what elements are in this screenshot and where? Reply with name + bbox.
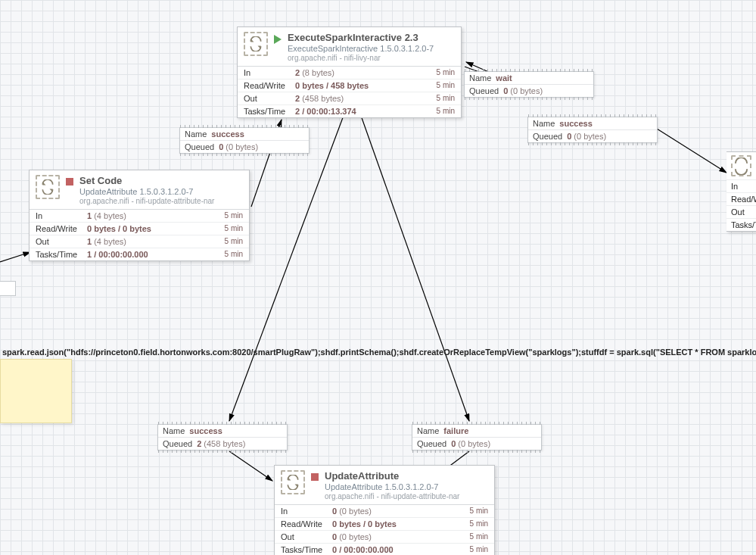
conn-queued: 0 (0 bytes) (503, 86, 543, 95)
processor-icon (281, 470, 305, 494)
svg-line-5 (229, 114, 344, 421)
conn-name: success (211, 129, 244, 139)
stat-label: Out (726, 205, 756, 218)
conn-queued: 0 (0 bytes) (567, 132, 606, 141)
processor-bundle: org.apache.nifi - nifi-update-attribute-… (79, 197, 214, 206)
stop-status-icon (66, 178, 73, 186)
stat-value: 1 / 00:00:00.000 (87, 250, 225, 259)
stat-value: 2 (458 bytes) (295, 94, 437, 103)
processor-cutoff-right[interactable]: In Read/W Out Tasks/T (726, 151, 756, 232)
stat-label: Tasks/Time (281, 545, 332, 554)
stat-window: 5 min (437, 68, 455, 76)
stat-window: 5 min (470, 532, 488, 541)
processor-icon (731, 155, 751, 176)
stat-value: 1 (4 bytes) (87, 237, 225, 246)
stat-label: Tasks/Time (244, 107, 295, 116)
code-snippet-label: spark.read.json("hdfs://princeton0.field… (0, 346, 756, 358)
stat-label: In (244, 68, 295, 77)
processor-update-attribute[interactable]: UpdateAttribute UpdateAttribute 1.5.0.3.… (274, 465, 495, 555)
connection-wait[interactable]: Namewait Queued0 (0 bytes) (464, 71, 594, 98)
stat-value: 0 (0 bytes) (332, 532, 470, 541)
stat-window: 5 min (225, 211, 243, 220)
stat-value: 2 (8 bytes) (295, 68, 437, 77)
stat-window: 5 min (225, 237, 243, 245)
conn-label: Name (469, 73, 491, 83)
conn-label: Queued (533, 132, 562, 141)
conn-name: failure (443, 426, 468, 435)
svg-line-6 (229, 451, 272, 481)
stat-window: 5 min (470, 545, 488, 553)
stat-window: 5 min (470, 519, 488, 528)
stat-value: 0 bytes / 458 bytes (295, 81, 437, 90)
stat-label: Out (281, 532, 332, 541)
processor-type: UpdateAttribute 1.5.0.3.1.2.0-7 (79, 187, 214, 197)
stat-value: 1 (4 bytes) (87, 211, 225, 220)
processor-title: Set Code (79, 175, 214, 187)
conn-label: Name (417, 426, 439, 435)
stat-label: In (726, 179, 756, 192)
run-status-icon (274, 35, 282, 44)
connection-success-3[interactable]: Namesuccess Queued2 (458 bytes) (157, 424, 288, 451)
stat-label: In (36, 211, 87, 220)
svg-line-0 (0, 252, 30, 262)
stat-label: Out (244, 94, 295, 103)
sticky-note[interactable] (0, 359, 72, 423)
processor-set-code[interactable]: Set Code UpdateAttribute 1.5.0.3.1.2.0-7… (29, 170, 250, 261)
processor-icon (244, 32, 268, 56)
conn-label: Queued (163, 439, 192, 448)
conn-label: Queued (185, 142, 214, 151)
conn-name: wait (496, 73, 512, 83)
connection-failure[interactable]: Namefailure Queued0 (0 bytes) (412, 424, 542, 451)
conn-label: Name (185, 129, 207, 139)
svg-line-7 (360, 114, 469, 421)
stat-label: Tasks/Time (36, 250, 87, 259)
flow-canvas[interactable]: ExecuteSparkInteractive 2.3 ExecuteSpark… (0, 0, 756, 555)
stat-window: 5 min (470, 507, 488, 515)
stop-status-icon (311, 473, 319, 481)
conn-label: Queued (417, 439, 446, 448)
conn-label: Name (533, 119, 555, 128)
processor-title: ExecuteSparkInteractive 2.3 (288, 32, 434, 44)
processor-execute-spark[interactable]: ExecuteSparkInteractive 2.3 ExecuteSpark… (237, 27, 462, 118)
stat-label: Read/W (726, 192, 756, 205)
connection-success-1[interactable]: Namesuccess Queued0 (0 bytes) (179, 127, 310, 154)
stat-value: 0 (0 bytes) (332, 507, 470, 516)
processor-type: UpdateAttribute 1.5.0.3.1.2.0-7 (325, 482, 459, 492)
stat-value: 0 bytes / 0 bytes (87, 224, 225, 233)
conn-name: success (189, 426, 222, 435)
svg-line-4 (657, 129, 726, 173)
stat-label: Out (36, 237, 87, 246)
conn-name: success (559, 119, 592, 128)
stat-label: Tasks/T (726, 218, 756, 231)
connection-success-2[interactable]: Namesuccess Queued0 (0 bytes) (527, 117, 658, 143)
conn-label: Queued (469, 86, 499, 95)
stat-value: 2 / 00:00:13.374 (295, 107, 437, 116)
conn-queued: 0 (0 bytes) (451, 439, 490, 448)
stat-label: In (281, 507, 332, 516)
processor-bundle: org.apache.nifi - nifi-update-attribute-… (325, 492, 459, 501)
conn-queued: 0 (0 bytes) (219, 142, 258, 151)
stat-label: Read/Write (36, 224, 87, 233)
stat-window: 5 min (225, 224, 243, 232)
stat-window: 5 min (437, 107, 455, 115)
stat-window: 5 min (225, 250, 243, 258)
stat-label: Read/Write (244, 81, 295, 90)
connection-cutoff-left[interactable] (0, 281, 16, 296)
processor-icon (36, 175, 60, 199)
conn-label: Name (163, 426, 185, 435)
processor-title: UpdateAttribute (325, 470, 459, 482)
processor-bundle: org.apache.nifi - nifi-livy-nar (288, 54, 434, 63)
stat-value: 0 bytes / 0 bytes (332, 519, 470, 528)
stat-label: Read/Write (281, 519, 332, 528)
conn-queued: 2 (458 bytes) (197, 439, 245, 448)
processor-type: ExecuteSparkInteractive 1.5.0.3.1.2.0-7 (288, 44, 434, 54)
stat-window: 5 min (437, 81, 455, 89)
stat-value: 0 / 00:00:00.000 (332, 545, 470, 554)
stat-window: 5 min (437, 94, 455, 102)
